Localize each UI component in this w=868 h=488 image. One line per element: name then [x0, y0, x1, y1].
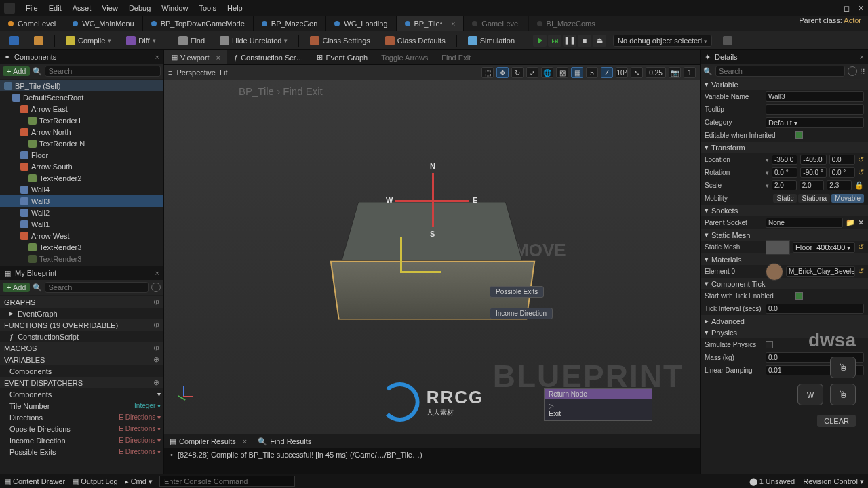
close-icon[interactable]: × — [860, 53, 864, 61]
window-minimize-icon[interactable]: — — [828, 4, 835, 13]
tab-eventgraph[interactable]: ⊞Event Graph — [310, 50, 374, 64]
perspective-dropdown[interactable]: Perspective — [176, 68, 215, 77]
transform-gizmo[interactable] — [400, 271, 441, 273]
section-variable[interactable]: ▾ Variable — [701, 79, 868, 90]
rot-z-input[interactable] — [829, 167, 855, 178]
section-transform[interactable]: ▾ Transform — [701, 142, 868, 153]
viewport-3d[interactable]: BP_Tile › Find Exit ADD REMOVE N S E W P… — [164, 80, 700, 434]
tab-findexit[interactable]: Find Exit — [435, 50, 477, 64]
scale-mode-icon[interactable]: ⤢ — [526, 67, 538, 78]
component-item[interactable]: DefaultSceneRoot — [0, 92, 163, 103]
editable-checkbox[interactable] — [795, 131, 803, 139]
hide-unrelated-button[interactable]: Hide Unrelated▾ — [216, 35, 292, 47]
camera-speed-value[interactable]: 1 — [684, 67, 696, 78]
gear-icon[interactable] — [151, 283, 161, 292]
doc-tab[interactable]: BP_TopDownGameMode — [143, 16, 254, 30]
details-search-input[interactable] — [715, 66, 845, 77]
component-item[interactable]: Floor — [0, 149, 163, 161]
skip-button[interactable]: ⏭ — [548, 35, 561, 47]
find-button[interactable]: Find — [174, 35, 209, 47]
menu-help[interactable]: Help — [227, 4, 243, 12]
scale-snap-toggle[interactable]: ⤡ — [631, 67, 643, 78]
material-thumbnail[interactable] — [766, 263, 783, 281]
close-icon[interactable]: × — [155, 53, 159, 61]
coord-space-icon[interactable]: 🌐 — [541, 67, 553, 78]
close-icon[interactable]: × — [451, 20, 455, 28]
window-close-icon[interactable]: ✕ — [858, 4, 864, 13]
component-item[interactable]: Arrow East — [0, 103, 163, 115]
tick-interval-input[interactable] — [766, 304, 864, 314]
add-icon[interactable]: ⊕ — [153, 355, 159, 364]
component-item[interactable]: TextRender N — [0, 138, 163, 149]
class-settings-button[interactable]: Class Settings — [306, 35, 374, 47]
component-root[interactable]: BP_Tile (Self) — [0, 80, 163, 92]
simulate-physics-checkbox[interactable] — [766, 341, 773, 348]
window-restore-icon[interactable]: ◻ — [844, 4, 850, 13]
tab-construction[interactable]: ƒConstruction Scr… — [227, 50, 310, 64]
save-button[interactable] — [5, 35, 23, 47]
variable-name-input[interactable] — [766, 92, 864, 102]
scl-x-input[interactable] — [772, 180, 797, 190]
section-macros[interactable]: MACROS⊕ — [0, 342, 163, 354]
myblueprint-search-input[interactable] — [45, 282, 149, 293]
component-item[interactable]: Wall2 — [0, 207, 163, 218]
grid-snap-toggle[interactable]: ▦ — [571, 67, 583, 78]
simulation-button[interactable]: Simulation — [464, 35, 519, 47]
variable-item[interactable]: Oposite DirectionsE Directions ▾ — [0, 423, 163, 434]
rot-x-input[interactable] — [772, 167, 797, 178]
close-icon[interactable]: × — [155, 269, 159, 277]
reset-icon[interactable]: ↺ — [858, 243, 864, 251]
variable-item[interactable]: Possible ExitsE Directions ▾ — [0, 446, 163, 458]
section-functions[interactable]: FUNCTIONS (19 OVERRIDABLE)⊕ — [0, 319, 163, 331]
rotate-mode-icon[interactable]: ↻ — [511, 67, 524, 78]
doc-tab[interactable]: GameLevel — [464, 16, 528, 30]
component-item[interactable]: Wall1 — [0, 218, 163, 230]
component-item[interactable]: Wall3 — [0, 195, 163, 207]
output-log-button[interactable]: ▤ Output Log — [72, 477, 118, 486]
section-variables[interactable]: VARIABLES⊕ — [0, 354, 163, 365]
myblueprint-panel-header[interactable]: ▦ My Blueprint × — [0, 266, 163, 280]
component-item[interactable]: Arrow West — [0, 230, 163, 241]
mesh-thumbnail[interactable] — [766, 240, 790, 255]
components-search-input[interactable] — [45, 66, 161, 77]
rot-y-input[interactable] — [800, 167, 826, 178]
tab-find-results[interactable]: 🔍Find Results — [252, 434, 317, 448]
variable-item[interactable]: Income DirectionE Directions ▾ — [0, 434, 163, 446]
filter-icon[interactable]: ⁝⁝ — [860, 67, 865, 76]
section-sockets[interactable]: ▾ Sockets — [701, 205, 868, 216]
parent-class-link[interactable]: Actor — [844, 16, 861, 24]
play-button[interactable] — [533, 35, 547, 47]
component-item[interactable]: TextRender1 — [0, 115, 163, 126]
menu-edit[interactable]: Edit — [49, 4, 62, 12]
staticmesh-dropdown[interactable]: Floor_400x400 ▾ — [793, 242, 855, 253]
clear-button[interactable]: CLEAR — [817, 415, 856, 427]
menu-file[interactable]: File — [26, 4, 38, 12]
menu-window[interactable]: Window — [161, 4, 188, 12]
select-mode-icon[interactable]: ⬚ — [481, 67, 494, 78]
debug-filter-button[interactable] — [719, 35, 736, 47]
add-icon[interactable]: ⊕ — [153, 321, 159, 329]
component-item[interactable]: TextRender3 — [0, 253, 163, 264]
tick-enabled-checkbox[interactable] — [795, 292, 803, 300]
section-componenttick[interactable]: ▾ Component Tick — [701, 278, 868, 289]
menu-tools[interactable]: Tools — [199, 4, 216, 12]
doc-tab-active[interactable]: BP_Tile*× — [397, 16, 465, 30]
unsaved-indicator[interactable]: ⬤ 1 Unsaved — [749, 477, 795, 486]
tooltip-input[interactable] — [766, 104, 864, 115]
component-item[interactable]: Arrow South — [0, 161, 163, 172]
graph-item[interactable]: ▸EventGraph — [0, 308, 163, 319]
lit-dropdown[interactable]: Lit — [220, 68, 228, 77]
lock-icon[interactable]: 🔒 — [854, 181, 864, 190]
section-materials[interactable]: ▾ Materials — [701, 253, 868, 265]
angle-snap-toggle[interactable]: ∠ — [601, 67, 613, 78]
doc-tab[interactable]: BI_MazeComs — [529, 16, 604, 30]
menu-debug[interactable]: Debug — [129, 4, 151, 12]
component-item[interactable]: TextRender3 — [0, 241, 163, 253]
browse-icon[interactable]: 📁 — [846, 218, 855, 227]
section-dispatchers[interactable]: EVENT DISPATCHERS⊕ — [0, 377, 163, 388]
content-drawer-button[interactable]: ▤ Content Drawer — [4, 477, 65, 486]
mobility-stationary[interactable]: Stationa — [798, 194, 830, 203]
reset-icon[interactable]: ↺ — [858, 168, 864, 177]
reset-icon[interactable]: ↺ — [858, 155, 864, 164]
camera-speed-icon[interactable]: 📷 — [669, 67, 681, 78]
